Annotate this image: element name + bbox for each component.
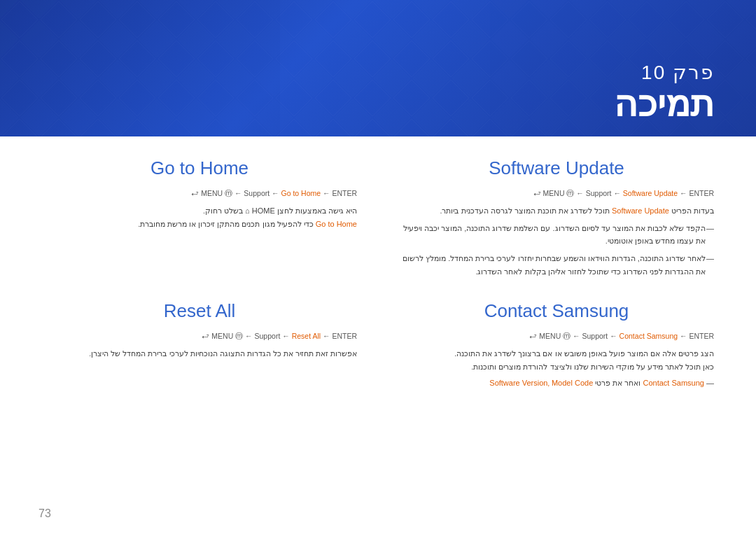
reset-all-line1: אפשרות זאת תחזיר את כל הגדרות התצוגה הנו… <box>42 347 357 360</box>
go-to-home-menu-path: MENU ⓜ ← Support ← Go to Home ← ENTER ⮐ <box>42 188 357 200</box>
contact-samsung-line2: כאן תוכל לאתר מידע על מוקדי השירות שלנו … <box>399 360 714 374</box>
menu-path-text: MENU ⓜ ← Support ← <box>201 189 281 197</box>
su-highlight: Software Update <box>623 189 678 197</box>
software-update-title: Software Update <box>399 157 714 179</box>
reset-all-menu-path: MENU ⓜ ← Support ← Reset All ← ENTER ⮐ <box>42 330 357 343</box>
software-update-dash1: הקפד שלא לכבות את המוצר עד לסיום השדרוג.… <box>399 222 714 248</box>
software-update-menu-path: MENU ⓜ ← Support ← Software Update ← ENT… <box>399 188 714 200</box>
contact-samsung-menu-path: MENU ⓜ ← Support ← Contact Samsung ← ENT… <box>399 330 714 343</box>
ra-highlight: Reset All <box>292 332 321 340</box>
reset-all-title: Reset All <box>42 300 357 322</box>
software-update-line1: בעדות הפריט Software Update תוכל לשדרג א… <box>399 204 714 218</box>
software-update-section: Software Update MENU ⓜ ← Support ← Softw… <box>399 157 714 281</box>
cs-menu-text: MENU ⓜ ← Support ← <box>539 332 619 340</box>
go-to-home-title: Go to Home <box>42 157 357 179</box>
contact-samsung-section: Contact Samsung MENU ⓜ ← Support ← Conta… <box>399 300 714 389</box>
chapter-label: פרק 10 <box>614 61 714 84</box>
go-to-home-section: Go to Home MENU ⓜ ← Support ← Go to Home… <box>42 157 357 281</box>
su-menu-text: MENU ⓜ ← Support ← <box>543 189 623 197</box>
reset-all-body: MENU ⓜ ← Support ← Reset All ← ENTER ⮐ א… <box>42 330 357 360</box>
ra-menu-text: MENU ⓜ ← Support ← <box>211 332 291 340</box>
main-content: Go to Home MENU ⓜ ← Support ← Go to Home… <box>0 136 756 416</box>
go-to-home-highlight: Go to Home <box>281 189 321 197</box>
page-number: 73 <box>38 507 51 520</box>
header-title-group: פרק 10 תמיכה <box>614 61 714 124</box>
go-to-home-body: MENU ⓜ ← Support ← Go to Home ← ENTER ⮐ … <box>42 188 357 230</box>
main-title: תמיכה <box>614 84 714 124</box>
go-to-home-line2: Go to Home כדי להפעיל מגון תכנים מהתקן ז… <box>42 218 357 231</box>
contact-samsung-title: Contact Samsung <box>399 300 714 322</box>
software-update-dash2: לאחר שדרוג התוכנה, הגדרות הווידאו והשמע … <box>399 252 714 278</box>
contact-samsung-line1: הצג פרטים אלה אם המוצר פועל באופן משובש … <box>399 347 714 360</box>
go-to-home-line1: היא גישה באמצעות לחצן HOME ⌂ בשלט רחוק. <box>42 204 357 218</box>
cs-highlight: Contact Samsung <box>620 332 678 340</box>
contact-samsung-body: MENU ⓜ ← Support ← Contact Samsung ← ENT… <box>399 330 714 389</box>
software-update-body: MENU ⓜ ← Support ← Software Update ← ENT… <box>399 188 714 278</box>
contact-samsung-line3: — Contact Samsung ואחר את פרטי Software … <box>399 377 714 390</box>
svg-rect-6 <box>0 0 280 136</box>
header-banner: פרק 10 תמיכה <box>0 0 756 136</box>
reset-all-section: Reset All MENU ⓜ ← Support ← Reset All ←… <box>42 300 357 389</box>
